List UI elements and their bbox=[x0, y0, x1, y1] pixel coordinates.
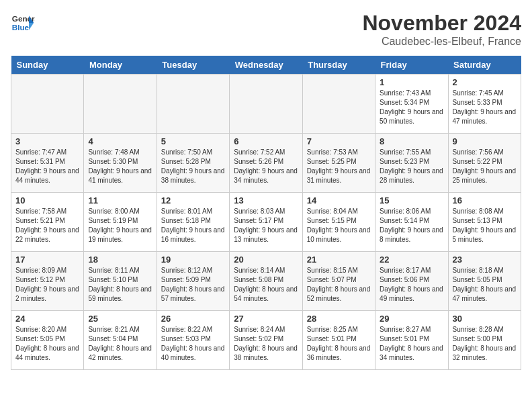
day-info: Sunrise: 8:22 AMSunset: 5:03 PMDaylight:… bbox=[161, 325, 225, 363]
weekday-sunday: Sunday bbox=[11, 56, 84, 75]
day-number: 22 bbox=[380, 255, 443, 265]
day-info: Sunrise: 8:21 AMSunset: 5:04 PMDaylight:… bbox=[88, 325, 152, 363]
day-number: 17 bbox=[15, 255, 79, 265]
day-info: Sunrise: 8:27 AMSunset: 5:01 PMDaylight:… bbox=[380, 325, 443, 363]
day-info: Sunrise: 8:09 AMSunset: 5:12 PMDaylight:… bbox=[15, 266, 79, 304]
day-number: 18 bbox=[88, 255, 152, 265]
day-number: 23 bbox=[453, 255, 517, 265]
week-row-2: 3Sunrise: 7:47 AMSunset: 5:31 PMDaylight… bbox=[11, 134, 521, 193]
day-number: 14 bbox=[307, 195, 371, 205]
calendar-cell: 10Sunrise: 7:58 AMSunset: 5:21 PMDayligh… bbox=[11, 193, 84, 252]
calendar-cell: 9Sunrise: 7:56 AMSunset: 5:22 PMDaylight… bbox=[448, 134, 521, 193]
day-info: Sunrise: 8:25 AMSunset: 5:01 PMDaylight:… bbox=[307, 325, 371, 363]
calendar-cell: 20Sunrise: 8:14 AMSunset: 5:08 PMDayligh… bbox=[230, 252, 302, 311]
day-number: 4 bbox=[88, 136, 152, 146]
day-info: Sunrise: 7:58 AMSunset: 5:21 PMDaylight:… bbox=[15, 207, 79, 244]
calendar-cell: 1Sunrise: 7:43 AMSunset: 5:34 PMDaylight… bbox=[375, 75, 448, 134]
day-info: Sunrise: 8:12 AMSunset: 5:09 PMDaylight:… bbox=[161, 266, 225, 304]
calendar-cell: 29Sunrise: 8:27 AMSunset: 5:01 PMDayligh… bbox=[375, 311, 448, 370]
day-info: Sunrise: 8:24 AMSunset: 5:02 PMDaylight:… bbox=[234, 325, 298, 363]
day-info: Sunrise: 8:11 AMSunset: 5:10 PMDaylight:… bbox=[88, 266, 152, 304]
day-number: 20 bbox=[234, 255, 298, 265]
calendar-cell: 16Sunrise: 8:08 AMSunset: 5:13 PMDayligh… bbox=[448, 193, 521, 252]
weekday-tuesday: Tuesday bbox=[157, 56, 229, 75]
day-info: Sunrise: 8:18 AMSunset: 5:05 PMDaylight:… bbox=[453, 266, 517, 304]
calendar-cell: 26Sunrise: 8:22 AMSunset: 5:03 PMDayligh… bbox=[157, 311, 229, 370]
day-number: 30 bbox=[453, 314, 517, 324]
week-row-4: 17Sunrise: 8:09 AMSunset: 5:12 PMDayligh… bbox=[11, 252, 521, 311]
calendar-cell: 24Sunrise: 8:20 AMSunset: 5:05 PMDayligh… bbox=[11, 311, 84, 370]
day-number: 7 bbox=[307, 136, 371, 146]
day-info: Sunrise: 8:14 AMSunset: 5:08 PMDaylight:… bbox=[234, 266, 298, 304]
day-number: 25 bbox=[88, 314, 152, 324]
weekday-wednesday: Wednesday bbox=[230, 56, 302, 75]
day-number: 11 bbox=[88, 195, 152, 205]
day-number: 21 bbox=[307, 255, 371, 265]
day-info: Sunrise: 7:50 AMSunset: 5:28 PMDaylight:… bbox=[161, 148, 225, 185]
calendar-cell: 28Sunrise: 8:25 AMSunset: 5:01 PMDayligh… bbox=[302, 311, 375, 370]
day-number: 2 bbox=[453, 77, 517, 87]
calendar-cell: 27Sunrise: 8:24 AMSunset: 5:02 PMDayligh… bbox=[230, 311, 302, 370]
day-number: 6 bbox=[234, 136, 298, 146]
calendar-cell: 25Sunrise: 8:21 AMSunset: 5:04 PMDayligh… bbox=[84, 311, 157, 370]
day-info: Sunrise: 8:03 AMSunset: 5:17 PMDaylight:… bbox=[234, 207, 298, 244]
calendar-cell: 11Sunrise: 8:00 AMSunset: 5:19 PMDayligh… bbox=[84, 193, 157, 252]
calendar-cell: 23Sunrise: 8:18 AMSunset: 5:05 PMDayligh… bbox=[448, 252, 521, 311]
day-number: 12 bbox=[161, 195, 225, 205]
calendar-cell: 18Sunrise: 8:11 AMSunset: 5:10 PMDayligh… bbox=[84, 252, 157, 311]
weekday-header-row: SundayMondayTuesdayWednesdayThursdayFrid… bbox=[11, 56, 521, 75]
day-number: 19 bbox=[161, 255, 225, 265]
day-info: Sunrise: 7:48 AMSunset: 5:30 PMDaylight:… bbox=[88, 148, 152, 185]
calendar-cell: 30Sunrise: 8:28 AMSunset: 5:00 PMDayligh… bbox=[448, 311, 521, 370]
calendar-cell bbox=[11, 75, 84, 134]
weekday-thursday: Thursday bbox=[302, 56, 375, 75]
day-number: 26 bbox=[161, 314, 225, 324]
week-row-1: 1Sunrise: 7:43 AMSunset: 5:34 PMDaylight… bbox=[11, 75, 521, 134]
day-info: Sunrise: 8:08 AMSunset: 5:13 PMDaylight:… bbox=[453, 207, 517, 244]
day-info: Sunrise: 7:56 AMSunset: 5:22 PMDaylight:… bbox=[453, 148, 517, 185]
calendar-cell bbox=[302, 75, 375, 134]
day-number: 9 bbox=[453, 136, 517, 146]
day-info: Sunrise: 7:52 AMSunset: 5:26 PMDaylight:… bbox=[234, 148, 298, 185]
month-title: November 2024 bbox=[362, 11, 521, 36]
logo-icon: General Blue bbox=[11, 11, 35, 35]
calendar-table: SundayMondayTuesdayWednesdayThursdayFrid… bbox=[11, 56, 521, 370]
day-number: 15 bbox=[380, 195, 443, 205]
calendar-cell: 19Sunrise: 8:12 AMSunset: 5:09 PMDayligh… bbox=[157, 252, 229, 311]
calendar-cell: 22Sunrise: 8:17 AMSunset: 5:06 PMDayligh… bbox=[375, 252, 448, 311]
day-number: 8 bbox=[380, 136, 443, 146]
calendar-body: 1Sunrise: 7:43 AMSunset: 5:34 PMDaylight… bbox=[11, 75, 521, 370]
day-info: Sunrise: 8:00 AMSunset: 5:19 PMDaylight:… bbox=[88, 207, 152, 244]
day-info: Sunrise: 8:06 AMSunset: 5:14 PMDaylight:… bbox=[380, 207, 443, 244]
day-info: Sunrise: 8:20 AMSunset: 5:05 PMDaylight:… bbox=[15, 325, 79, 363]
day-number: 13 bbox=[234, 195, 298, 205]
location-title: Caudebec-les-Elbeuf, France bbox=[362, 36, 521, 48]
day-info: Sunrise: 8:17 AMSunset: 5:06 PMDaylight:… bbox=[380, 266, 443, 304]
day-number: 3 bbox=[15, 136, 79, 146]
day-info: Sunrise: 8:28 AMSunset: 5:00 PMDaylight:… bbox=[453, 325, 517, 363]
calendar-cell: 21Sunrise: 8:15 AMSunset: 5:07 PMDayligh… bbox=[302, 252, 375, 311]
calendar-cell: 13Sunrise: 8:03 AMSunset: 5:17 PMDayligh… bbox=[230, 193, 302, 252]
day-number: 24 bbox=[15, 314, 79, 324]
header: General Blue November 2024 Caudebec-les-… bbox=[11, 11, 521, 48]
day-number: 1 bbox=[380, 77, 443, 87]
calendar-cell bbox=[84, 75, 157, 134]
title-area: November 2024 Caudebec-les-Elbeuf, Franc… bbox=[362, 11, 521, 48]
day-info: Sunrise: 7:47 AMSunset: 5:31 PMDaylight:… bbox=[15, 148, 79, 185]
calendar-cell: 14Sunrise: 8:04 AMSunset: 5:15 PMDayligh… bbox=[302, 193, 375, 252]
day-number: 27 bbox=[234, 314, 298, 324]
day-info: Sunrise: 8:15 AMSunset: 5:07 PMDaylight:… bbox=[307, 266, 371, 304]
calendar-cell: 3Sunrise: 7:47 AMSunset: 5:31 PMDaylight… bbox=[11, 134, 84, 193]
day-number: 16 bbox=[453, 195, 517, 205]
calendar-cell: 7Sunrise: 7:53 AMSunset: 5:25 PMDaylight… bbox=[302, 134, 375, 193]
calendar-cell bbox=[157, 75, 229, 134]
day-info: Sunrise: 7:45 AMSunset: 5:33 PMDaylight:… bbox=[453, 89, 517, 126]
day-number: 10 bbox=[15, 195, 79, 205]
calendar-cell: 17Sunrise: 8:09 AMSunset: 5:12 PMDayligh… bbox=[11, 252, 84, 311]
calendar-cell: 6Sunrise: 7:52 AMSunset: 5:26 PMDaylight… bbox=[230, 134, 302, 193]
calendar-cell bbox=[230, 75, 302, 134]
day-info: Sunrise: 7:55 AMSunset: 5:23 PMDaylight:… bbox=[380, 148, 443, 185]
week-row-3: 10Sunrise: 7:58 AMSunset: 5:21 PMDayligh… bbox=[11, 193, 521, 252]
day-info: Sunrise: 7:53 AMSunset: 5:25 PMDaylight:… bbox=[307, 148, 371, 185]
calendar-cell: 8Sunrise: 7:55 AMSunset: 5:23 PMDaylight… bbox=[375, 134, 448, 193]
